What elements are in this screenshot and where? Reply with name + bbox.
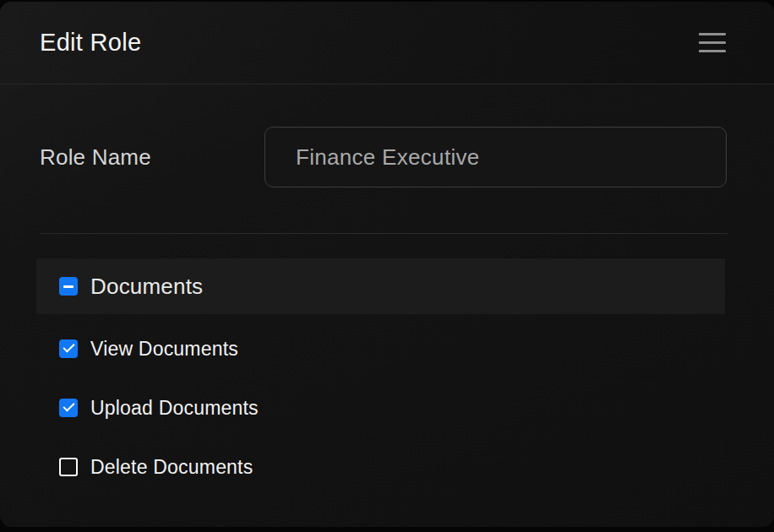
- permission-row-delete-documents[interactable]: Delete Documents: [0, 437, 774, 497]
- edit-role-dialog: Edit Role Role Name Documents View Docum…: [0, 2, 774, 527]
- hamburger-line: [699, 50, 726, 52]
- documents-group-checkbox[interactable]: [59, 277, 78, 296]
- dialog-title: Edit Role: [40, 29, 141, 57]
- permission-row-view-documents[interactable]: View Documents: [0, 319, 774, 378]
- role-name-input[interactable]: [264, 127, 727, 187]
- view-documents-checkbox[interactable]: [59, 339, 78, 358]
- permission-group-documents[interactable]: Documents: [36, 258, 725, 314]
- role-name-label: Role Name: [40, 144, 264, 171]
- permission-label: Delete Documents: [90, 456, 253, 479]
- permission-label: Upload Documents: [90, 397, 259, 420]
- permission-row-upload-documents[interactable]: Upload Documents: [0, 378, 774, 437]
- permission-group-label: Documents: [90, 274, 203, 300]
- section-divider: [40, 233, 728, 234]
- permission-label: View Documents: [90, 338, 238, 361]
- dialog-header: Edit Role: [0, 2, 774, 84]
- hamburger-line: [699, 41, 726, 44]
- upload-documents-checkbox[interactable]: [59, 399, 78, 417]
- hamburger-line: [699, 33, 726, 35]
- permission-list: View Documents Upload Documents Delete D…: [0, 319, 774, 497]
- delete-documents-checkbox[interactable]: [59, 458, 78, 476]
- role-name-row: Role Name: [0, 127, 774, 187]
- hamburger-icon[interactable]: [699, 30, 726, 56]
